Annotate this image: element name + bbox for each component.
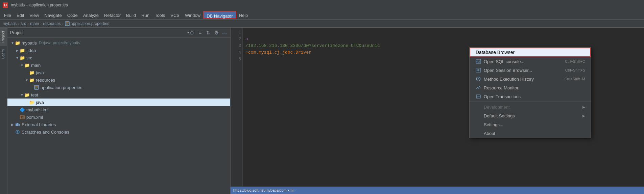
tree-label: java [36,70,44,75]
tree-arrow[interactable]: ▼ [20,63,24,67]
about-icon [475,131,482,136]
menu-file[interactable]: File [1,11,14,19]
dropdown-settings[interactable]: Settings... [470,120,591,129]
tree-item-mybatis-iml[interactable]: 🔷 mybatis.iml [7,106,230,113]
menu-code[interactable]: Code [65,11,80,19]
status-text: https://plug.soft.nst/mybatis/pom.xml... [233,188,296,192]
svg-rect-12 [19,124,20,126]
panel-icon-collapse[interactable]: ≡ [197,30,203,36]
sql-console-icon: SQL [475,59,482,64]
dropdown-item-label: Method Execution History [484,77,534,82]
tree-path: D:\java-project\mybatis [39,40,80,45]
dropdown-item-label: Development [484,105,510,110]
tree-item-resources[interactable]: ▼ 📁 resources [7,76,230,84]
tree-label: java [36,100,44,105]
dropdown-about[interactable]: About [470,129,591,138]
dropdown-development[interactable]: Development ▶ [470,103,591,111]
menu-db-navigator[interactable]: DB Navigator [203,11,236,19]
breadcrumb-application-properties[interactable]: application.properties [65,21,109,26]
svg-rect-10 [16,123,17,126]
folder-icon: 📁 [24,62,30,68]
tree-label: test [31,92,38,98]
menu-refactor[interactable]: Refactor [101,11,123,19]
tree-item-scratches[interactable]: Scratches and Consoles [7,128,230,136]
scratch-icon [15,129,20,135]
menu-window[interactable]: Window [182,11,203,19]
panel-icon-settings[interactable]: ⚙ [213,30,219,36]
svg-text:SQL: SQL [476,60,481,63]
tree-item-idea[interactable]: ▶ 📁 .idea [7,47,230,54]
tree-label: pom.xml [26,115,43,120]
side-tabs: Project Learn [0,28,7,194]
panel-icon-minimize[interactable]: — [221,30,228,36]
tree-item-mybatis[interactable]: ▼ 📁 mybatis D:\java-project\mybatis [7,39,230,47]
tree-item-test[interactable]: ▼ 📁 test [7,91,230,99]
menu-help[interactable]: Help [236,11,251,19]
side-tab-learn[interactable]: Learn [0,46,7,62]
submenu-arrow: ▶ [582,105,585,109]
window-title: mybatis – application.properties [11,3,68,7]
tree-label: .idea [26,48,36,53]
menu-run[interactable]: Run [139,11,152,19]
title-bar: IJ mybatis – application.properties [0,0,644,10]
folder-icon: 📁 [29,70,34,75]
tree-item-pom-xml[interactable]: xml pom.xml [7,113,230,121]
menu-bar: File Edit View Navigate Code Analyze Ref… [0,10,644,20]
tree-label: Scratches and Consoles [22,130,69,135]
folder-icon: 📁 [15,40,20,46]
dropdown-database-browser[interactable]: Database Browser [470,48,591,57]
menu-tools[interactable]: Tools [152,11,168,19]
dropdown-resource-monitor[interactable]: Resource Monitor [470,83,591,92]
dropdown-default-settings[interactable]: Default Settings ▶ [470,111,591,120]
breadcrumb-src[interactable]: src [21,21,26,26]
folder-icon: 📁 [29,100,34,105]
tree-arrow[interactable]: ▶ [10,123,15,127]
tree-label: mybatis.iml [26,107,48,112]
tree-arrow[interactable]: ▼ [24,78,29,82]
line-numbers: 1 2 3 4 5 [231,28,243,194]
panel-icon-locate[interactable]: ⊕ [189,30,195,36]
menu-analyze[interactable]: Analyze [80,11,101,19]
settings-icon [475,122,482,127]
panel-icon-sort[interactable]: ⇅ [205,30,211,36]
tree-arrow[interactable]: ▼ [10,41,15,45]
menu-navigate[interactable]: Navigate [42,11,64,19]
tree-item-java-main[interactable]: 📁 java [7,69,230,76]
breadcrumb-bar: mybatis › src › main › resources › appli… [0,20,644,28]
tree-item-java-test[interactable]: 📁 java [7,99,230,106]
editor-line-2: a [245,36,641,43]
tree-item-main[interactable]: ▼ 📁 main [7,61,230,69]
panel-icons: ⊕ ≡ ⇅ ⚙ — [189,30,228,36]
shortcut-session-browser: Ctrl+Shift+S [565,68,585,72]
tree-item-src[interactable]: ▼ 📁 src [7,54,230,61]
svg-rect-11 [17,123,19,126]
status-bar: https://plug.soft.nst/mybatis/pom.xml... [231,187,644,194]
editor-area: 1 2 3 4 5 a /192.168.216.130:3306/dw?ser… [231,28,644,194]
tree-arrow[interactable]: ▶ [15,49,20,52]
side-tab-project[interactable]: Project [0,28,7,46]
dropdown-open-session-browser[interactable]: Open Session Browser... Ctrl+Shift+S [470,66,591,75]
tree-item-external-libraries[interactable]: ▶ External Libraries [7,121,230,128]
dropdown-open-transactions[interactable]: Open Transactions [470,92,591,101]
menu-view[interactable]: View [27,11,42,19]
svg-point-18 [477,69,479,71]
svg-rect-20 [476,95,480,98]
tree-label: mybatis [22,40,37,46]
svg-text:xml: xml [20,116,25,119]
breadcrumb-mybatis[interactable]: mybatis [3,21,17,26]
breadcrumb-main[interactable]: main [30,21,39,26]
tree-arrow[interactable]: ▼ [15,56,20,60]
panel-title: Project [10,30,24,35]
dropdown-menu[interactable]: Database Browser SQL Open SQL console...… [469,47,591,138]
tree-item-application-properties[interactable]: application.properties [7,84,230,91]
menu-build[interactable]: Build [123,11,139,19]
breadcrumb-resources[interactable]: resources [43,21,61,26]
menu-edit[interactable]: Edit [14,11,27,19]
tree-arrow[interactable]: ▼ [20,93,24,97]
tree-label: src [26,55,32,60]
dropdown-item-label: About [484,131,495,136]
dropdown-method-execution-history[interactable]: Method Execution History Ctrl+Shift+M [470,75,591,83]
menu-vcs[interactable]: VCS [168,11,182,19]
dropdown-open-sql-console[interactable]: SQL Open SQL console... Ctrl+Shift+C [470,57,591,66]
development-icon [475,104,482,110]
